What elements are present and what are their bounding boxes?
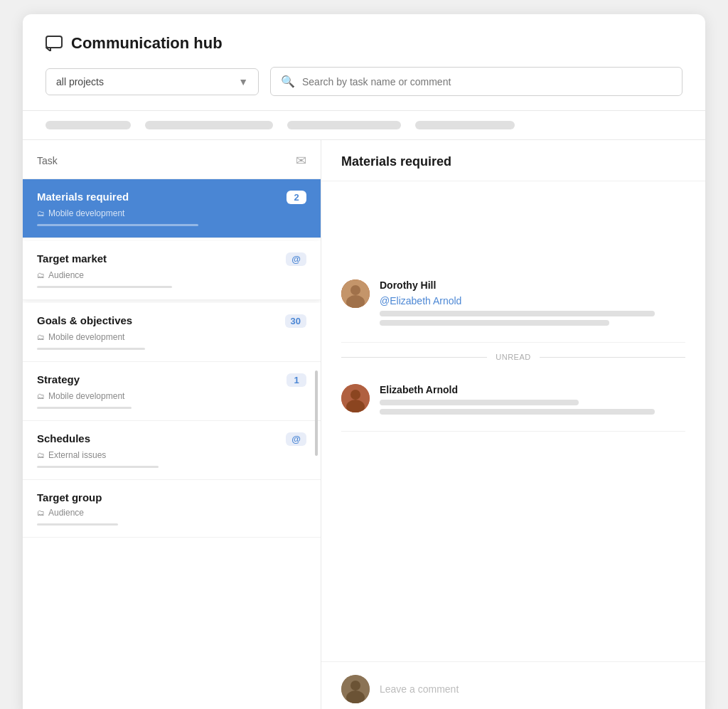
comment-section: Dorothy Hill @Elizabeth Arnold UNREAD [321, 267, 705, 432]
svg-point-5 [350, 390, 360, 400]
unread-line-right [540, 357, 685, 358]
comment-input-area[interactable]: Leave a comment [321, 661, 705, 709]
folder-icon: 🗂 [37, 392, 45, 400]
task-badge: 2 [287, 191, 306, 204]
task-name: Materials required [37, 191, 129, 203]
task-panel-title: Task [37, 155, 58, 166]
task-project: 🗂 Mobile development [37, 391, 306, 401]
detail-title: Materials required [341, 154, 451, 169]
comment-line-1 [380, 311, 655, 316]
folder-icon: 🗂 [37, 271, 45, 279]
task-project: 🗂 Audience [37, 270, 306, 280]
filter-tab-skeleton-2 [145, 121, 273, 129]
avatar-current-user [341, 675, 370, 703]
comment-body-dorothy: Dorothy Hill @Elizabeth Arnold [380, 279, 685, 329]
comment-mention: @Elizabeth Arnold [380, 295, 685, 306]
task-badge: 30 [285, 314, 306, 328]
comment-author: Elizabeth Arnold [380, 384, 685, 395]
project-name: External issues [48, 450, 106, 460]
project-name: Mobile development [48, 208, 124, 218]
task-badge: @ [286, 252, 306, 266]
task-progress [37, 224, 198, 226]
search-icon: 🔍 [281, 75, 295, 88]
search-box[interactable]: 🔍 [270, 67, 682, 96]
task-item-target-market[interactable]: Target market @ 🗂 Audience [23, 241, 321, 300]
folder-icon: 🗂 [37, 508, 45, 517]
inbox-icon: ✉ [296, 153, 306, 169]
task-progress [37, 286, 172, 288]
filter-tab-skeleton-3 [287, 121, 401, 129]
svg-point-2 [350, 285, 360, 295]
project-select-value: all projects [56, 76, 104, 87]
task-item-goals-objectives[interactable]: Goals & objectives 30 🗂 Mobile developme… [23, 303, 321, 362]
comment-item-dorothy: Dorothy Hill @Elizabeth Arnold [341, 267, 685, 343]
comment-line-1 [380, 400, 579, 405]
task-name: Target group [37, 491, 102, 503]
filter-tabs-row [23, 111, 705, 140]
unread-label: UNREAD [496, 353, 530, 361]
task-name: Schedules [37, 432, 90, 444]
task-progress [37, 407, 132, 409]
comment-item-elizabeth: Elizabeth Arnold [341, 371, 685, 432]
detail-panel: Materials required [321, 140, 705, 709]
unread-divider: UNREAD [341, 346, 685, 368]
project-name: Audience [48, 270, 84, 280]
project-name: Mobile development [48, 391, 124, 401]
project-select[interactable]: all projects ▼ [46, 68, 259, 95]
page-title: Communication hub [71, 34, 223, 53]
unread-line-left [341, 357, 487, 358]
task-project: 🗂 External issues [37, 450, 306, 460]
avatar-dorothy [341, 279, 370, 308]
task-item-target-group[interactable]: Target group 🗂 Audience [23, 480, 321, 538]
avatar-elizabeth [341, 384, 370, 412]
task-item-materials-required[interactable]: Materials required 2 🗂 Mobile developmen… [23, 179, 321, 238]
comment-line-2 [380, 320, 609, 326]
task-badge: @ [286, 432, 306, 446]
task-item-strategy[interactable]: Strategy 1 🗂 Mobile development [23, 362, 321, 421]
header: Communication hub all projects ▼ 🔍 [23, 14, 705, 111]
task-name: Strategy [37, 373, 80, 385]
dropdown-arrow-icon: ▼ [238, 76, 248, 87]
task-badge: 1 [287, 373, 306, 387]
task-item-schedules[interactable]: Schedules @ 🗂 External issues [23, 421, 321, 480]
detail-content: Dorothy Hill @Elizabeth Arnold UNREAD [321, 181, 705, 661]
task-progress [37, 348, 145, 350]
chat-icon [46, 36, 64, 51]
task-panel-header: Task ✉ [23, 140, 321, 179]
comment-body-elizabeth: Elizabeth Arnold [380, 384, 685, 418]
comment-placeholder: Leave a comment [380, 683, 459, 695]
project-name: Mobile development [48, 332, 124, 342]
task-project: 🗂 Mobile development [37, 208, 306, 218]
task-progress [37, 466, 159, 468]
filter-tab-skeleton-1 [46, 121, 131, 129]
folder-icon: 🗂 [37, 451, 45, 459]
folder-icon: 🗂 [37, 209, 45, 218]
scrollbar[interactable] [315, 371, 318, 456]
task-name: Goals & objectives [37, 314, 132, 326]
svg-point-8 [350, 681, 360, 691]
comment-author: Dorothy Hill [380, 279, 685, 291]
task-project: 🗂 Audience [37, 508, 306, 518]
svg-rect-0 [46, 36, 62, 48]
filter-tab-skeleton-4 [415, 121, 515, 129]
folder-icon: 🗂 [37, 333, 45, 341]
task-panel: Task ✉ Materials required 2 🗂 Mobile dev… [23, 140, 321, 709]
comment-line-2 [380, 409, 655, 415]
empty-space [321, 181, 705, 267]
task-name: Target market [37, 252, 107, 265]
filters-row: all projects ▼ 🔍 [46, 67, 682, 96]
task-project: 🗂 Mobile development [37, 332, 306, 342]
project-name: Audience [48, 508, 84, 518]
content-area: Task ✉ Materials required 2 🗂 Mobile dev… [23, 140, 705, 709]
search-input[interactable] [302, 76, 672, 87]
detail-header: Materials required [321, 140, 705, 181]
task-progress [37, 523, 118, 526]
